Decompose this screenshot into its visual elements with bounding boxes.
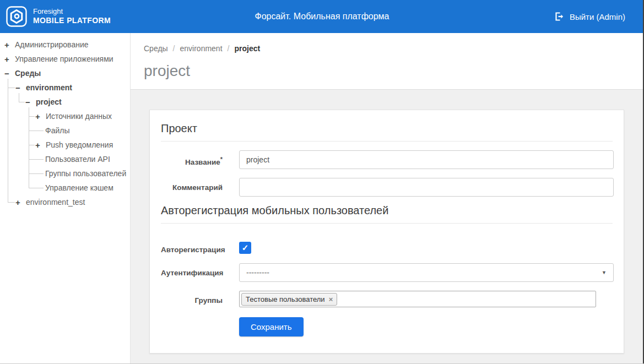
sidebar: + Администрирование + Управление приложе… bbox=[0, 33, 131, 364]
logout-label: Выйти (Admin) bbox=[570, 12, 625, 21]
tree-connector bbox=[8, 88, 15, 88]
brand-name: Foresight bbox=[33, 7, 111, 16]
breadcrumb: Среды / environment / project bbox=[144, 44, 631, 53]
remove-tag-icon[interactable]: × bbox=[329, 295, 333, 303]
tree-connector bbox=[29, 131, 44, 131]
name-label: Название* bbox=[161, 150, 223, 167]
sidebar-item-api-users[interactable]: Пользователи API bbox=[0, 152, 130, 166]
sidebar-item-cache-management[interactable]: Управление кэшем bbox=[0, 181, 130, 195]
name-field-row: Название* bbox=[161, 150, 613, 169]
page-topbar: Среды / environment / project project bbox=[131, 33, 644, 90]
tree-connector bbox=[29, 145, 35, 145]
required-marker: * bbox=[220, 156, 223, 162]
breadcrumb-separator: / bbox=[228, 44, 230, 53]
sidebar-item-push-notifications[interactable]: + Push уведомления bbox=[0, 138, 130, 152]
authentication-select-value: --------- bbox=[246, 268, 269, 277]
authentication-label: Аутентификация bbox=[161, 263, 223, 278]
tree-connector bbox=[29, 116, 35, 117]
group-tag: Тестовые пользователи × bbox=[241, 293, 337, 306]
environment-tree: + Администрирование + Управление приложе… bbox=[0, 33, 130, 209]
save-button[interactable]: Сохранить bbox=[239, 317, 304, 336]
section-title-autoregistration: Авторегистрация мобильных пользователей bbox=[161, 204, 613, 224]
foresight-logo-icon bbox=[6, 6, 27, 27]
tree-connector bbox=[29, 188, 44, 188]
expand-icon[interactable]: + bbox=[35, 112, 46, 121]
comment-label: Комментарий bbox=[161, 178, 223, 192]
groups-label: Группы bbox=[161, 291, 223, 305]
autoregistration-field-row: Авторегистрация ✓ bbox=[161, 240, 613, 254]
tree-connector bbox=[29, 159, 44, 160]
expand-icon[interactable]: + bbox=[35, 140, 46, 150]
breadcrumb-environments[interactable]: Среды bbox=[144, 44, 168, 53]
main-content: Среды / environment / project project Пр… bbox=[131, 33, 644, 364]
comment-field-row: Комментарий bbox=[161, 178, 613, 197]
autoregistration-checkbox[interactable]: ✓ bbox=[239, 242, 251, 254]
sidebar-item-administration[interactable]: + Администрирование bbox=[0, 37, 130, 52]
expand-icon[interactable]: + bbox=[15, 198, 26, 207]
sidebar-item-environment-test[interactable]: + environment_test bbox=[0, 195, 130, 209]
project-form-card: Проект Название* Комментарий Авторегистр… bbox=[149, 110, 624, 354]
sidebar-item-files[interactable]: Файлы bbox=[0, 123, 130, 138]
brand-text: Foresight MOBILE PLATFORM bbox=[33, 7, 111, 26]
autoregistration-label: Авторегистрация bbox=[161, 240, 223, 254]
groups-multiselect[interactable]: Тестовые пользователи × bbox=[239, 291, 596, 307]
sidebar-item-data-sources[interactable]: + Источники данных bbox=[0, 109, 130, 123]
expand-icon[interactable]: + bbox=[4, 55, 15, 64]
name-input[interactable] bbox=[239, 150, 614, 169]
breadcrumb-separator: / bbox=[173, 44, 175, 53]
checkmark-icon: ✓ bbox=[242, 243, 249, 253]
tree-connector bbox=[19, 102, 25, 102]
sidebar-item-project[interactable]: − project bbox=[0, 95, 130, 109]
app-header: Foresight MOBILE PLATFORM Форсайт. Мобил… bbox=[0, 0, 644, 33]
tree-connector bbox=[8, 202, 15, 203]
sidebar-item-user-groups[interactable]: Группы пользователей bbox=[0, 166, 130, 181]
group-tag-label: Тестовые пользователи bbox=[246, 295, 325, 303]
sidebar-item-environment[interactable]: − environment bbox=[0, 80, 130, 95]
comment-input[interactable] bbox=[239, 178, 614, 197]
collapse-icon[interactable]: − bbox=[4, 69, 15, 78]
brand-product: MOBILE PLATFORM bbox=[33, 16, 111, 26]
authentication-field-row: Аутентификация --------- ▼ bbox=[161, 263, 613, 282]
collapse-icon[interactable]: − bbox=[15, 83, 26, 93]
authentication-select[interactable]: --------- ▼ bbox=[239, 263, 614, 282]
page-title: project bbox=[144, 62, 631, 80]
save-row: Сохранить bbox=[161, 317, 613, 336]
logout-icon bbox=[554, 12, 564, 21]
sidebar-item-environments[interactable]: − Среды bbox=[0, 66, 130, 80]
section-title-project: Проект bbox=[161, 122, 613, 142]
tree-connector bbox=[29, 173, 44, 174]
groups-field-row: Группы Тестовые пользователи × bbox=[161, 291, 613, 307]
sidebar-item-app-management[interactable]: + Управление приложениями bbox=[0, 52, 130, 66]
collapse-icon[interactable]: − bbox=[25, 97, 36, 107]
chevron-down-icon: ▼ bbox=[602, 270, 607, 275]
breadcrumb-environment[interactable]: environment bbox=[180, 44, 223, 53]
expand-icon[interactable]: + bbox=[4, 40, 15, 50]
brand-logo[interactable]: Foresight MOBILE PLATFORM bbox=[0, 6, 111, 27]
logout-button[interactable]: Выйти (Admin) bbox=[554, 0, 625, 33]
breadcrumb-current: project bbox=[234, 44, 260, 53]
